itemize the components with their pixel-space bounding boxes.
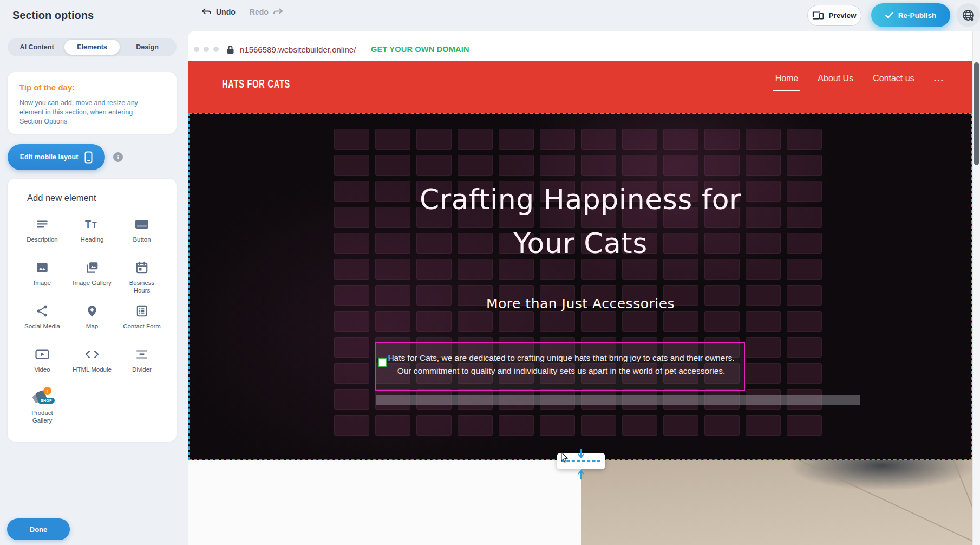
hero-subheading[interactable]: More than Just Accessories xyxy=(188,296,972,312)
hero-grid-cell xyxy=(458,311,493,332)
browser-chrome: n1566589.websitebuilder.online/ GET YOUR… xyxy=(188,31,972,61)
element-image[interactable]: Image xyxy=(17,257,67,301)
hero-paragraph[interactable]: Hats for Cats, we are dedicated to craft… xyxy=(376,343,744,378)
business-hours-icon xyxy=(135,259,149,276)
tab-elements[interactable]: Elements xyxy=(64,40,120,55)
hero-grid-cell xyxy=(787,155,822,176)
element-business-hours[interactable]: Business Hours xyxy=(117,257,167,301)
hero-grid-cell xyxy=(746,363,781,384)
tip-body: Now you can add, move and resize any ele… xyxy=(19,99,149,126)
button-icon xyxy=(134,216,149,232)
hero-grid-cell xyxy=(787,337,822,358)
hero-grid-cell xyxy=(416,129,452,150)
get-domain-link[interactable]: GET YOUR OWN DOMAIN xyxy=(371,45,469,54)
mouse-cursor-icon xyxy=(561,452,569,463)
hero-grid-cell xyxy=(622,155,657,176)
hero-grid-cell xyxy=(334,129,369,150)
devices-icon xyxy=(812,11,824,20)
edit-mobile-label: Edit mobile layout xyxy=(20,153,79,161)
hero-grid-cell xyxy=(787,311,822,332)
hero-grid-cell xyxy=(581,311,616,332)
upgrade-badge-icon: ↑ xyxy=(43,387,51,395)
undo-button[interactable]: Undo xyxy=(201,8,236,16)
hero-grid-cell xyxy=(704,129,740,150)
site-logo[interactable]: HATS FOR CATS xyxy=(222,77,290,92)
hero-grid-cell xyxy=(581,415,616,436)
nav-about-us[interactable]: About Us xyxy=(818,74,853,88)
tab-ai-content[interactable]: AI Content xyxy=(9,40,64,55)
redo-icon xyxy=(273,8,283,16)
hero-grid-cell xyxy=(746,415,781,436)
element-social-media[interactable]: Social Media xyxy=(17,301,67,344)
product-gallery-icon: ↑ SHOP xyxy=(33,390,51,406)
element-heading[interactable]: TT Heading xyxy=(67,214,117,257)
hero-grid-cell xyxy=(787,415,822,436)
sidebar-tabs: AI Content Elements Design xyxy=(8,38,177,56)
hero-grid-cell xyxy=(704,155,740,176)
hero-grid-cell xyxy=(746,311,781,332)
page-title: Section options xyxy=(12,9,94,22)
divider-icon xyxy=(135,346,149,362)
page-scrollbar[interactable] xyxy=(972,31,980,545)
site-preview-viewport: n1566589.websitebuilder.online/ GET YOUR… xyxy=(188,31,972,545)
hero-grid-cell xyxy=(458,155,493,176)
site-url[interactable]: n1566589.websitebuilder.online/ xyxy=(240,45,356,54)
element-button[interactable]: Button xyxy=(117,214,167,257)
element-contact-form[interactable]: Contact Form xyxy=(117,301,167,344)
floor-photo xyxy=(581,460,972,545)
done-button[interactable]: Done xyxy=(7,518,70,540)
tip-title: Tip of the day: xyxy=(19,83,165,92)
lock-icon xyxy=(226,45,234,54)
tip-of-the-day-card: Tip of the day: Now you can add, move an… xyxy=(8,72,177,134)
hero-grid-cell xyxy=(375,155,410,176)
hero-grid-cell xyxy=(622,129,657,150)
site-nav: Home About Us Contact us ... xyxy=(775,74,944,88)
info-icon[interactable]: i xyxy=(113,152,123,162)
redo-button[interactable]: Redo xyxy=(250,8,283,16)
element-map[interactable]: Map xyxy=(67,301,117,344)
browser-window-dots xyxy=(194,47,219,52)
element-html-module[interactable]: HTML Module xyxy=(67,344,117,387)
tab-design[interactable]: Design xyxy=(120,40,175,55)
hero-grid-cell xyxy=(375,311,410,332)
preview-button[interactable]: Preview xyxy=(807,5,861,26)
hero-grid-cell xyxy=(458,129,493,150)
hero-grid-cell xyxy=(416,415,452,436)
republish-button[interactable]: Re-Publish xyxy=(871,3,950,27)
element-divider[interactable]: Divider xyxy=(117,344,167,387)
undo-icon xyxy=(201,8,212,16)
paragraph-drag-ghost xyxy=(376,395,860,405)
nav-contact-us[interactable]: Contact us xyxy=(873,74,914,88)
nav-more-icon[interactable]: ... xyxy=(934,74,944,88)
element-description[interactable]: Description xyxy=(17,214,67,257)
shop-badge: SHOP xyxy=(38,398,55,404)
add-new-element-panel: Add new element Description TT Heading B… xyxy=(8,179,177,442)
hero-grid-cell xyxy=(622,311,657,332)
language-globe-button[interactable] xyxy=(956,3,980,27)
hero-heading[interactable]: Crafting Happiness for Your Cats xyxy=(188,178,972,265)
hero-section-selected[interactable]: Crafting Happiness for Your Cats More th… xyxy=(188,113,972,460)
element-product-gallery[interactable]: ↑ SHOP Product Gallery xyxy=(17,387,67,431)
nav-home[interactable]: Home xyxy=(775,74,799,88)
redo-label: Redo xyxy=(250,8,269,16)
check-icon xyxy=(885,12,893,18)
arrow-down-icon xyxy=(577,447,585,453)
hero-grid-cell xyxy=(499,415,534,436)
description-icon xyxy=(35,216,49,232)
element-video[interactable]: Video xyxy=(17,344,67,387)
element-image-gallery[interactable]: Image Gallery xyxy=(67,257,117,301)
hero-grid-cell xyxy=(416,155,452,176)
contact-form-icon xyxy=(135,303,149,319)
scrollbar-thumb[interactable] xyxy=(974,62,979,165)
add-panel-title: Add new element xyxy=(17,193,167,203)
hero-grid-cell xyxy=(334,389,369,410)
resize-handle-icon[interactable] xyxy=(378,358,387,367)
paragraph-selection-box[interactable]: Hats for Cats, we are dedicated to craft… xyxy=(375,342,745,391)
hero-grid-cell xyxy=(458,415,493,436)
sidebar-divider xyxy=(9,505,175,505)
hero-grid-cell xyxy=(499,155,534,176)
hero-grid-cell xyxy=(622,415,657,436)
edit-mobile-layout-button[interactable]: Edit mobile layout xyxy=(8,144,105,170)
svg-text:T: T xyxy=(85,219,91,230)
svg-text:T: T xyxy=(92,220,97,229)
